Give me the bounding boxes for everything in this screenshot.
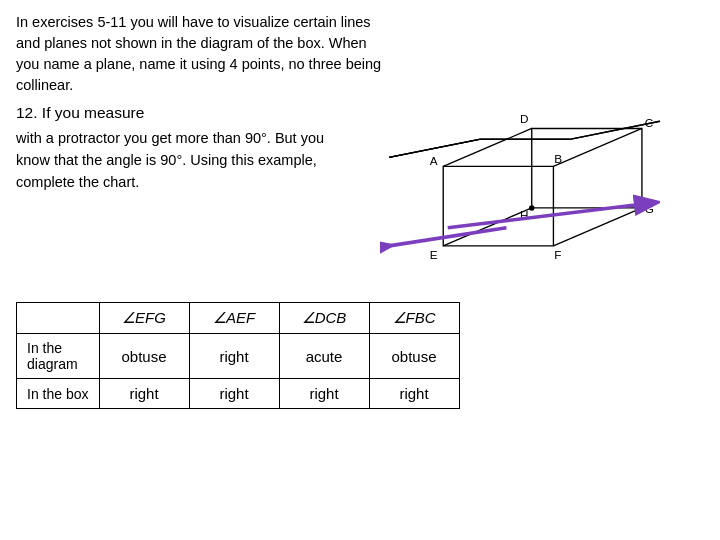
section-title: 12. If you measure — [16, 104, 336, 122]
svg-marker-7 — [532, 129, 642, 208]
row1-dcb: acute — [279, 334, 369, 379]
row1-label: In thediagram — [17, 334, 100, 379]
page-container: In exercises 5-11 you will have to visua… — [0, 0, 720, 540]
svg-line-24 — [389, 228, 506, 246]
row2-aef: right — [189, 379, 279, 409]
row2-dcb: right — [279, 379, 369, 409]
header-fbc: ∠FBC — [369, 303, 459, 334]
row1-aef: right — [189, 334, 279, 379]
header-dcb: ∠DCB — [279, 303, 369, 334]
table-section: ∠EFG ∠AEF ∠DCB ∠FBC In thediagram obtuse… — [16, 302, 704, 409]
table-row: In the box right right right right — [17, 379, 460, 409]
svg-text:C: C — [645, 116, 654, 129]
content-area: 12. If you measure with a protractor you… — [16, 104, 704, 288]
left-panel: 12. If you measure with a protractor you… — [16, 104, 336, 288]
svg-point-25 — [529, 205, 534, 210]
svg-text:D: D — [520, 112, 528, 125]
svg-text:E: E — [430, 248, 438, 261]
table-row: In thediagram obtuse right acute obtuse — [17, 334, 460, 379]
svg-text:B: B — [554, 152, 562, 165]
row1-fbc: obtuse — [369, 334, 459, 379]
row2-fbc: right — [369, 379, 459, 409]
right-panel: D C A B H G E F — [336, 104, 704, 288]
row2-label: In the box — [17, 379, 100, 409]
header-aef: ∠AEF — [189, 303, 279, 334]
description-text: with a protractor you get more than 90°.… — [16, 128, 336, 193]
header-empty — [17, 303, 100, 334]
table-header-row: ∠EFG ∠AEF ∠DCB ∠FBC — [17, 303, 460, 334]
svg-text:A: A — [430, 154, 438, 167]
intro-text: In exercises 5-11 you will have to visua… — [16, 12, 386, 96]
angle-table: ∠EFG ∠AEF ∠DCB ∠FBC In thediagram obtuse… — [16, 302, 460, 409]
row1-efg: obtuse — [99, 334, 189, 379]
row2-efg: right — [99, 379, 189, 409]
svg-text:F: F — [554, 248, 561, 261]
svg-line-9 — [443, 129, 532, 167]
box-diagram: D C A B H G E F — [380, 108, 660, 288]
header-efg: ∠EFG — [99, 303, 189, 334]
